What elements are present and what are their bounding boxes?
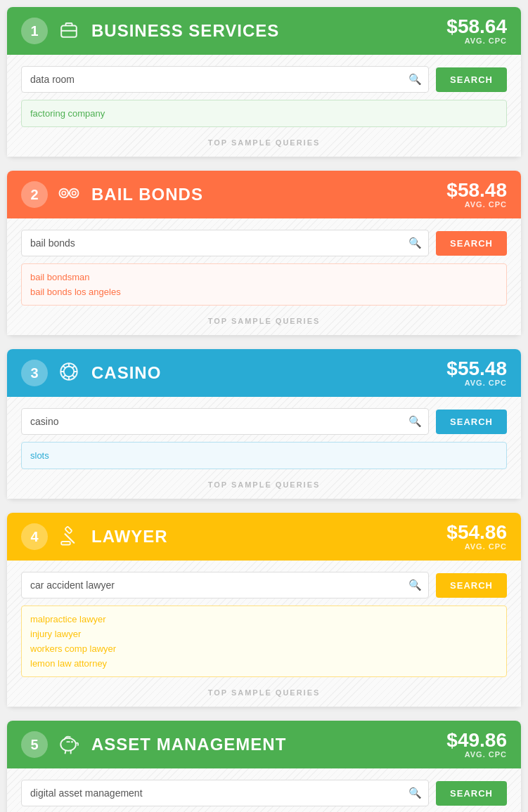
sample-queries-label: TOP SAMPLE QUERIES [21, 476, 507, 492]
search-row: 🔍 SEARCH [21, 408, 507, 435]
search-button[interactable]: SEARCH [436, 573, 507, 598]
suggestions-box: factoring company [21, 100, 507, 127]
svg-line-14 [72, 375, 75, 377]
card-business-services: 1 BUSINESS SERVICES $58.64 AVG. CPC 🔍 SE… [7, 7, 521, 157]
card-asset-management: 5 ASSET MANAGEMENT $49.86 AVG. CPC 🔍 [7, 721, 521, 812]
suggestion-item[interactable]: injury lawyer [30, 627, 498, 641]
search-magnifier-icon: 🔍 [408, 237, 422, 249]
svg-line-13 [63, 366, 65, 368]
gavel-icon [56, 523, 82, 551]
briefcase-icon [56, 17, 82, 45]
sample-queries-label: TOP SAMPLE QUERIES [21, 684, 507, 700]
search-button[interactable]: SEARCH [436, 231, 507, 256]
search-input-wrap: 🔍 [21, 66, 429, 93]
rank-badge: 2 [21, 181, 48, 208]
rank-badge: 4 [21, 523, 48, 550]
search-input-wrap: 🔍 [21, 780, 429, 806]
search-input[interactable] [21, 572, 429, 598]
price-value: $54.86 [446, 523, 507, 542]
svg-point-2 [60, 189, 69, 198]
suggestion-item[interactable]: slots [30, 448, 498, 463]
suggestion-item[interactable]: malpractice lawyer [30, 612, 498, 627]
card-title: LAWYER [91, 527, 446, 546]
svg-rect-19 [61, 542, 70, 545]
search-magnifier-icon: 🔍 [408, 579, 422, 591]
price-label: AVG. CPC [446, 200, 507, 209]
handcuffs-icon [56, 181, 82, 209]
card-header-asset-management: 5 ASSET MANAGEMENT $49.86 AVG. CPC [7, 721, 521, 768]
search-button[interactable]: SEARCH [436, 67, 507, 92]
avg-cpc-container: $49.86 AVG. CPC [446, 731, 507, 759]
search-input-wrap: 🔍 [21, 408, 429, 435]
suggestion-item[interactable]: bail bondsman [30, 270, 498, 284]
search-magnifier-icon: 🔍 [408, 787, 422, 799]
card-title: ASSET MANAGEMENT [91, 735, 446, 754]
svg-line-22 [65, 751, 66, 754]
search-button[interactable]: SEARCH [436, 410, 507, 434]
card-header-casino: 3 CASINO $55.48 AVG. CPC [7, 349, 521, 397]
search-input-wrap: 🔍 [21, 572, 429, 598]
svg-line-15 [72, 366, 75, 368]
svg-rect-17 [65, 526, 72, 533]
sample-queries-label: TOP SAMPLE QUERIES [21, 134, 507, 150]
suggestion-item[interactable]: factoring company [30, 106, 498, 121]
search-input[interactable] [21, 780, 429, 806]
card-casino: 3 CASINO $55.48 AVG. CPC [7, 349, 521, 499]
price-label: AVG. CPC [446, 542, 507, 551]
suggestion-item[interactable]: lemon law attorney [30, 656, 498, 671]
card-header-lawyer: 4 LAWYER $54.86 AVG. CPC [7, 513, 521, 561]
suggestions-box: malpractice lawyerinjury lawyerworkers c… [21, 605, 507, 677]
price-value: $55.48 [446, 359, 507, 379]
card-body-asset-management: 🔍 SEARCH digital asset management soluti… [7, 768, 521, 812]
sample-queries-label: TOP SAMPLE QUERIES [21, 313, 507, 328]
card-body-casino: 🔍 SEARCH slots TOP SAMPLE QUERIES [7, 397, 521, 499]
search-button[interactable]: SEARCH [436, 781, 507, 806]
suggestions-box: bail bondsmanbail bonds los angeles [21, 263, 507, 306]
svg-point-3 [70, 189, 79, 198]
price-value: $58.64 [446, 17, 507, 37]
search-input[interactable] [21, 230, 429, 256]
search-row: 🔍 SEARCH [21, 66, 507, 93]
price-label: AVG. CPC [446, 37, 507, 45]
card-body-bail-bonds: 🔍 SEARCH bail bondsmanbail bonds los ang… [7, 218, 521, 335]
search-row: 🔍 SEARCH [21, 780, 507, 806]
avg-cpc-container: $58.64 AVG. CPC [446, 17, 507, 45]
card-body-lawyer: 🔍 SEARCH malpractice lawyerinjury lawyer… [7, 561, 521, 707]
suggestion-item[interactable]: bail bonds los angeles [30, 284, 498, 299]
card-lawyer: 4 LAWYER $54.86 AVG. CPC 🔍 SEARCH [7, 513, 521, 707]
price-label: AVG. CPC [446, 750, 507, 759]
casino-chip-icon [56, 359, 82, 387]
avg-cpc-container: $54.86 AVG. CPC [446, 523, 507, 551]
card-bail-bonds: 2 BAIL BONDS $58.48 AVG. CPC 🔍 SEARC [7, 171, 521, 335]
card-header-business-services: 1 BUSINESS SERVICES $58.64 AVG. CPC [7, 7, 521, 55]
card-title: BUSINESS SERVICES [91, 21, 446, 41]
rank-badge: 1 [21, 18, 48, 44]
rank-badge: 3 [21, 360, 48, 386]
svg-point-20 [60, 738, 76, 751]
search-input-wrap: 🔍 [21, 230, 429, 256]
svg-point-21 [71, 741, 73, 743]
suggestion-item[interactable]: workers comp lawyer [30, 641, 498, 656]
avg-cpc-container: $55.48 AVG. CPC [446, 359, 507, 387]
card-title: BAIL BONDS [91, 185, 446, 204]
svg-line-16 [63, 375, 65, 377]
price-label: AVG. CPC [446, 379, 507, 387]
search-input[interactable] [21, 408, 429, 435]
card-header-bail-bonds: 2 BAIL BONDS $58.48 AVG. CPC [7, 171, 521, 218]
rank-badge: 5 [21, 731, 48, 758]
suggestions-box: slots [21, 442, 507, 469]
svg-point-4 [62, 191, 65, 195]
price-value: $49.86 [446, 731, 507, 750]
card-title: CASINO [91, 363, 446, 383]
price-value: $58.48 [446, 181, 507, 200]
avg-cpc-container: $58.48 AVG. CPC [446, 181, 507, 209]
piggy-bank-icon [56, 731, 82, 759]
card-body-business-services: 🔍 SEARCH factoring company TOP SAMPLE QU… [7, 55, 521, 157]
search-magnifier-icon: 🔍 [408, 415, 422, 428]
search-row: 🔍 SEARCH [21, 230, 507, 256]
search-input[interactable] [21, 66, 429, 93]
search-magnifier-icon: 🔍 [408, 73, 422, 86]
svg-point-5 [72, 191, 76, 195]
search-row: 🔍 SEARCH [21, 572, 507, 598]
